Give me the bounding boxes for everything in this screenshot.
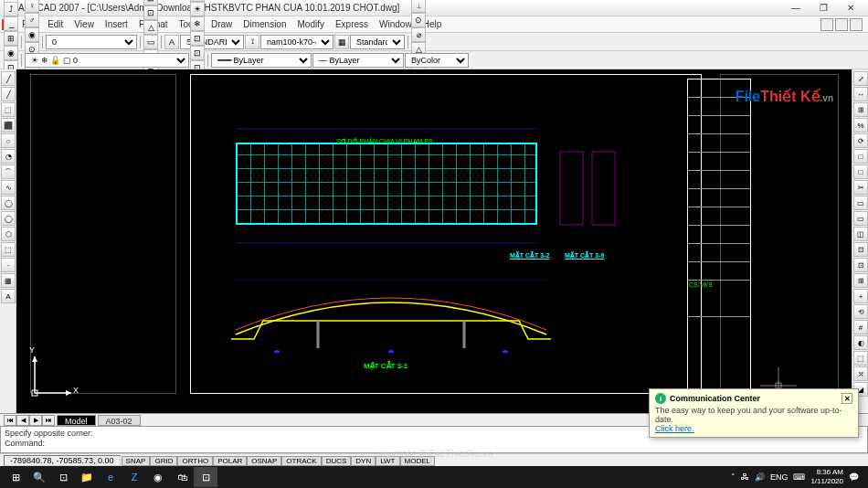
menu-insert[interactable]: Insert bbox=[100, 17, 133, 31]
modify-tool-5[interactable]: □ bbox=[853, 149, 868, 164]
modify-tool-4[interactable]: ⟳ bbox=[853, 133, 868, 148]
tray-keyboard-icon[interactable]: ⌨ bbox=[793, 472, 805, 482]
lineweight-combo[interactable]: — ByLayer bbox=[312, 53, 404, 68]
mdi-restore-button[interactable] bbox=[835, 18, 848, 31]
modify-tool-8[interactable]: ▭ bbox=[853, 196, 868, 210]
draw-tool-12[interactable]: · bbox=[1, 258, 16, 272]
modify-tool-11[interactable]: ⊡ bbox=[853, 242, 868, 257]
modify-tool-13[interactable]: ⊞ bbox=[853, 273, 868, 288]
modify-tool-18[interactable]: ⬚ bbox=[853, 351, 868, 366]
draw-tool-0[interactable]: ╱ bbox=[1, 71, 16, 86]
tab-first-button[interactable]: ⏮ bbox=[4, 415, 16, 426]
draw-tool-5[interactable]: ◔ bbox=[1, 149, 16, 164]
layer-combo[interactable]: ☀ ❄ 🔓 ▢ 0 bbox=[25, 53, 189, 68]
menu-express[interactable]: Express bbox=[330, 17, 374, 31]
menu-dimension[interactable]: Dimension bbox=[238, 17, 291, 31]
modify-tool-0[interactable]: ⤢ bbox=[853, 71, 868, 86]
draw-tool-2[interactable]: ⬚ bbox=[1, 102, 16, 117]
coords-readout[interactable]: -789840.78, -70585.73, 0.00 bbox=[4, 455, 121, 466]
view-btn-2[interactable]: ◉ bbox=[25, 27, 39, 42]
dimstyle-combo[interactable]: nam100-k70-a3 bbox=[260, 35, 333, 49]
popup-close-button[interactable]: ✕ bbox=[842, 393, 852, 404]
tab-next-button[interactable]: ▶ bbox=[29, 415, 42, 426]
taskbar-app-store[interactable]: 🛍 bbox=[170, 467, 194, 487]
draw-tool-10[interactable]: ⬡ bbox=[1, 227, 16, 241]
draw-tool-9[interactable]: ◯ bbox=[1, 211, 16, 226]
layer-btn-2[interactable]: ❄ bbox=[190, 16, 205, 31]
menu-draw[interactable]: Draw bbox=[206, 17, 238, 31]
popup-link[interactable]: Click here. bbox=[655, 424, 852, 433]
tray-volume-icon[interactable]: 🔊 bbox=[755, 472, 765, 482]
minimize-button[interactable]: — bbox=[782, 1, 810, 16]
dim-btn-7[interactable]: ⊙ bbox=[411, 13, 426, 27]
status-osnap[interactable]: OSNAP bbox=[247, 456, 281, 466]
layer-btn-3[interactable]: ⊡ bbox=[190, 31, 205, 46]
draw-tool-8[interactable]: ◯ bbox=[1, 196, 16, 210]
draw-tool-11[interactable]: ⬚ bbox=[1, 242, 16, 257]
props-btn-5[interactable]: ⊡ bbox=[143, 5, 158, 20]
std2-btn-3[interactable]: ◉ bbox=[4, 46, 18, 60]
dim-btn-6[interactable]: ⟂ bbox=[411, 0, 426, 13]
tray-lang[interactable]: ENG bbox=[770, 472, 789, 482]
modify-tool-19[interactable]: ⤱ bbox=[853, 366, 868, 381]
taskbar-app-zalo[interactable]: Z bbox=[122, 467, 146, 487]
color-combo[interactable]: ByColor bbox=[405, 53, 469, 68]
modify-tool-10[interactable]: ◫ bbox=[853, 227, 868, 241]
status-dyn[interactable]: DYN bbox=[351, 456, 376, 466]
draw-tool-14[interactable]: A bbox=[1, 289, 16, 303]
tray-chevron-icon[interactable]: ˄ bbox=[731, 472, 736, 482]
draw-tool-7[interactable]: ∿ bbox=[1, 180, 16, 195]
tab-prev-button[interactable]: ◀ bbox=[16, 415, 29, 426]
maximize-button[interactable]: ❐ bbox=[810, 1, 837, 16]
status-polar[interactable]: POLAR bbox=[213, 456, 247, 466]
modify-tool-1[interactable]: ↔ bbox=[853, 87, 868, 101]
taskbar-app-explorer[interactable]: 📁 bbox=[75, 467, 99, 487]
text-style-icon[interactable]: A bbox=[164, 35, 179, 49]
modify-tool-14[interactable]: + bbox=[853, 289, 868, 303]
modify-tool-2[interactable]: ⊞ bbox=[853, 102, 868, 117]
start-button[interactable]: ⊞ bbox=[4, 467, 27, 487]
std2-btn-2[interactable]: ⊞ bbox=[4, 31, 18, 46]
menu-modify[interactable]: Modify bbox=[292, 17, 330, 31]
tablestyle-combo[interactable]: Standard bbox=[350, 35, 405, 49]
modify-tool-17[interactable]: ◐ bbox=[853, 335, 868, 350]
std2-btn-0[interactable]: ⤴ bbox=[4, 2, 18, 16]
modify-tool-3[interactable]: % bbox=[853, 118, 868, 133]
dim-style-icon[interactable]: ⟟ bbox=[245, 35, 259, 49]
view-btn-1[interactable]: ♂ bbox=[25, 13, 39, 27]
search-button[interactable]: 🔍 bbox=[27, 467, 51, 487]
close-button[interactable]: ✕ bbox=[837, 1, 864, 16]
layer-btn-4[interactable]: ⊡ bbox=[190, 46, 205, 60]
mdi-close-button[interactable] bbox=[850, 18, 863, 31]
tab-last-button[interactable]: ⏭ bbox=[42, 415, 55, 426]
modify-tool-12[interactable]: ⊡ bbox=[853, 258, 868, 272]
draw-tool-4[interactable]: ○ bbox=[1, 133, 16, 148]
tab-layout[interactable]: A03-02 bbox=[98, 415, 141, 426]
taskbar-app-chrome[interactable]: ◉ bbox=[146, 467, 170, 487]
props-btn-7[interactable]: ▭ bbox=[143, 35, 158, 49]
modify-tool-16[interactable]: # bbox=[853, 320, 868, 334]
draw-tool-6[interactable]: ⌒ bbox=[1, 164, 16, 179]
props-btn-6[interactable]: △ bbox=[143, 20, 158, 35]
status-ortho[interactable]: ORTHO bbox=[177, 456, 213, 466]
dim-btn-8[interactable]: ⌀ bbox=[411, 27, 426, 42]
status-model[interactable]: MODEL bbox=[400, 456, 435, 466]
layer-btn-1[interactable]: ☀ bbox=[190, 2, 205, 16]
modify-tool-6[interactable]: □ bbox=[853, 164, 868, 179]
taskbar-app-edge[interactable]: e bbox=[99, 467, 122, 487]
tray-notifications-icon[interactable]: 💬 bbox=[849, 472, 859, 482]
linetype-combo[interactable]: ━━━ ByLayer bbox=[211, 53, 312, 68]
status-lwt[interactable]: LWT bbox=[376, 456, 399, 466]
std2-btn-1[interactable]: ⎯ bbox=[4, 16, 18, 31]
tab-model[interactable]: Model bbox=[57, 415, 96, 426]
tray-network-icon[interactable]: 🖧 bbox=[741, 472, 749, 482]
draw-tool-3[interactable]: ⬛ bbox=[1, 118, 16, 133]
modify-tool-15[interactable]: ⟲ bbox=[853, 304, 868, 319]
taskbar-app-autocad[interactable]: ⊡ bbox=[194, 467, 217, 487]
scale-combo[interactable]: 0 bbox=[46, 35, 137, 49]
table-style-icon[interactable]: ▦ bbox=[334, 35, 349, 49]
modify-tool-9[interactable]: ▭ bbox=[853, 211, 868, 226]
drawing-canvas[interactable]: SƠ ĐỒ PHÂN CHIA VI PHẠM P9 MẶT CẮT 3-2 M… bbox=[16, 69, 852, 413]
modify-tool-7[interactable]: ✂ bbox=[853, 180, 868, 195]
menu-edit[interactable]: Edit bbox=[42, 17, 69, 31]
